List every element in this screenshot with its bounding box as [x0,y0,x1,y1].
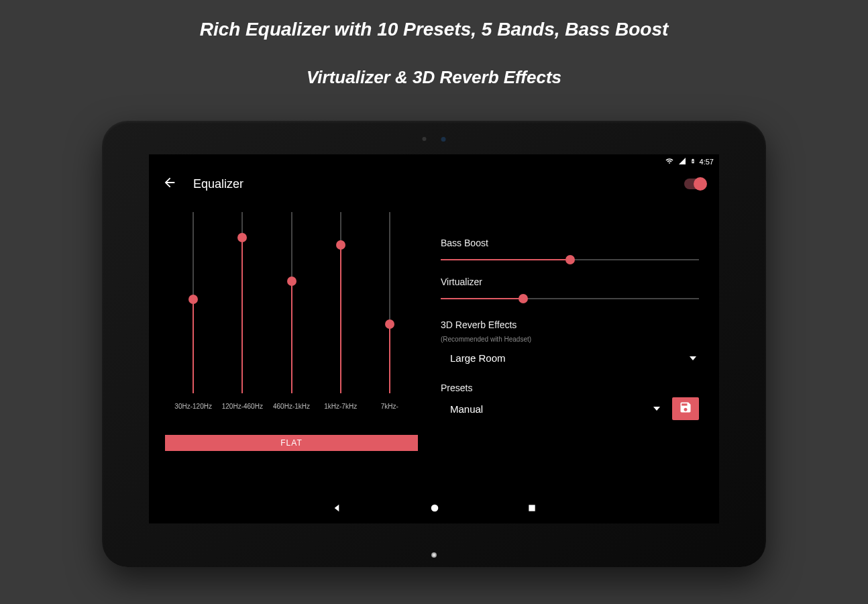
battery-icon [690,156,696,167]
virtualizer-slider[interactable] [441,291,699,306]
eq-band-0[interactable]: 30Hz-120Hz [172,212,215,427]
eq-band-label: 30Hz-120Hz [174,403,212,410]
bass-boost-label: Bass Boost [441,238,699,248]
nav-home-icon[interactable] [429,503,440,516]
equalizer-bands-panel: 30Hz-120Hz120Hz-460Hz460Hz-1kHz1kHz-7kHz… [149,212,434,495]
save-preset-button[interactable] [672,397,699,420]
chevron-down-icon [653,407,660,411]
eq-band-label: 7kHz- [381,403,398,410]
android-navbar [149,495,719,523]
presets-title: Presets [441,383,699,393]
virtualizer-label: Virtualizer [441,276,699,287]
reverb-title: 3D Reverb Effects [441,319,699,330]
device-screen: 4:57 Equalizer 30Hz-120Hz120Hz-460Hz460H… [149,154,719,523]
reverb-value: Large Room [450,352,506,364]
status-bar: 4:57 [149,154,719,169]
svg-point-0 [431,505,439,512]
equalizer-toggle[interactable] [684,179,706,189]
reverb-dropdown[interactable]: Large Room [441,347,699,369]
controls-panel: Bass Boost Virtualizer 3D Reverb Effects… [434,212,719,495]
nav-recent-icon[interactable] [527,503,537,515]
eq-band-4[interactable]: 7kHz- [368,212,411,427]
back-arrow-icon[interactable] [162,175,177,193]
svg-rect-1 [529,505,535,511]
promo-headline-1: Rich Equalizer with 10 Presets, 5 Bands,… [0,19,868,40]
wifi-icon [665,157,674,166]
promo-headline-2: Virtualizer & 3D Reverb Effects [0,67,868,88]
eq-band-label: 1kHz-7kHz [324,403,357,410]
eq-band-label: 120Hz-460Hz [222,403,263,410]
reverb-subtitle: (Recommended with Headset) [441,336,699,343]
presets-value: Manual [450,403,483,415]
nav-back-icon[interactable] [331,503,342,516]
tablet-mockup: 4:57 Equalizer 30Hz-120Hz120Hz-460Hz460H… [102,121,766,567]
flat-button[interactable]: FLAT [165,435,418,451]
signal-icon [678,157,686,166]
chevron-down-icon [690,356,696,360]
presets-dropdown[interactable]: Manual [441,398,663,420]
eq-band-2[interactable]: 460Hz-1kHz [270,212,313,427]
eq-band-1[interactable]: 120Hz-460Hz [221,212,264,427]
eq-band-3[interactable]: 1kHz-7kHz [319,212,362,427]
app-bar: Equalizer [149,169,719,199]
bass-boost-slider[interactable] [441,252,699,267]
page-title: Equalizer [193,177,243,191]
save-icon [679,401,692,417]
status-time: 4:57 [700,158,714,166]
eq-band-label: 460Hz-1kHz [273,403,310,410]
